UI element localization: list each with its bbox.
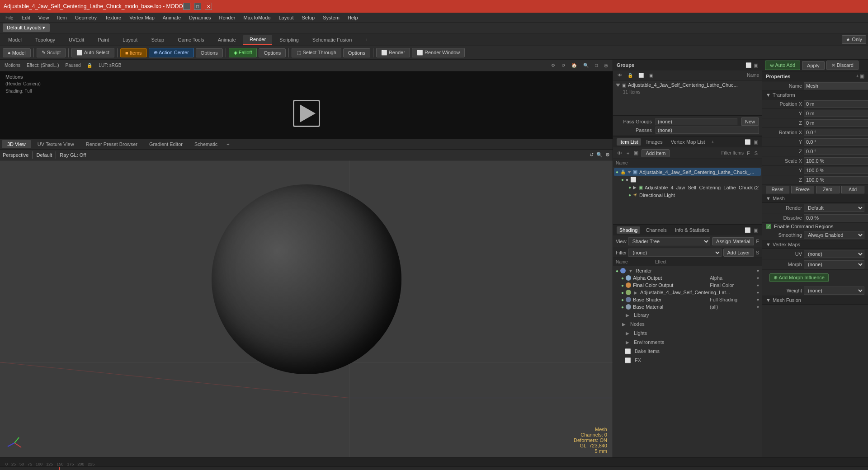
items-f-icon[interactable]: F	[745, 150, 751, 156]
pass-groups-value[interactable]: (none)	[656, 118, 737, 125]
item-row-mesh[interactable]: ● ▶ ▣ Adjustable_4_Jaw_Self_Centering_La…	[614, 183, 761, 191]
action-center-button[interactable]: ⊕ Action Center	[149, 48, 194, 57]
shading-row-environments[interactable]: ▶ Environments	[614, 338, 761, 347]
shading-eye-material[interactable]: ●	[621, 305, 624, 310]
mesh-expand-icon[interactable]: ▼	[766, 196, 771, 201]
tab-uvedit[interactable]: UVEdit	[62, 35, 90, 44]
groups-menu-icon[interactable]: ▣	[754, 62, 758, 68]
model-mode-button[interactable]: ● Model	[3, 48, 31, 57]
shading-eye-alpha[interactable]: ●	[621, 276, 624, 281]
tab-topology[interactable]: Topology	[29, 35, 61, 44]
item-row-light[interactable]: ● ☀ Directional Light	[614, 191, 761, 199]
item-eye-4[interactable]: ●	[628, 193, 631, 197]
items-add-icon[interactable]: +	[625, 150, 631, 156]
tab-animate[interactable]: Animate	[212, 35, 242, 44]
item-lock-1[interactable]: 🔒	[620, 169, 626, 174]
minimize-button[interactable]: —	[183, 3, 190, 10]
add-item-button[interactable]: Add Item	[642, 149, 670, 157]
vp-rotate-icon[interactable]: ↺	[590, 152, 594, 158]
tab-3d-view[interactable]: 3D View	[2, 140, 31, 148]
menu-maxtomodo[interactable]: MaxToModo	[240, 14, 274, 21]
groups-lock-icon[interactable]: 🔒	[626, 72, 635, 78]
only-button[interactable]: ★ Only	[842, 35, 866, 44]
add-button[interactable]: Add	[841, 186, 865, 193]
transform-expand-icon[interactable]: ▼	[766, 92, 771, 98]
tab-add[interactable]: +	[359, 35, 374, 44]
render-select[interactable]: Default	[804, 204, 864, 212]
tab-images[interactable]: Images	[644, 138, 665, 146]
tab-channels[interactable]: Channels	[643, 226, 669, 234]
timeline-track[interactable]	[0, 467, 868, 470]
environments-expand-icon[interactable]: ▶	[625, 340, 630, 345]
shading-f-icon[interactable]: F	[756, 239, 759, 244]
assign-material-button[interactable]: Assign Material	[712, 237, 754, 245]
auto-select-button[interactable]: ⬜ Auto Select	[71, 48, 114, 57]
auto-add-button[interactable]: ⊕ Auto Add	[765, 61, 800, 70]
menu-system[interactable]: System	[319, 14, 343, 21]
item-eye-2b[interactable]: ●	[626, 177, 628, 182]
reset-button[interactable]: Reset	[766, 186, 789, 193]
shading-eye-mesh[interactable]: ●	[621, 290, 624, 295]
menu-vertex-map[interactable]: Vertex Map	[126, 14, 158, 21]
menu-help[interactable]: Help	[344, 14, 362, 21]
shading-eye-shader[interactable]: ●	[621, 297, 624, 302]
render-window-button[interactable]: ⬜ Render Window	[412, 48, 465, 57]
shading-row-fx[interactable]: ⬜ FX	[614, 356, 761, 365]
discard-button[interactable]: ✕ Discard	[826, 61, 859, 70]
shading-row-bake[interactable]: ⬜ Bake Items	[614, 347, 761, 356]
freeze-button[interactable]: Freeze	[791, 186, 815, 193]
items-eye-icon[interactable]: 👁	[616, 150, 623, 156]
shading-row-lights[interactable]: ▶ Lights	[614, 329, 761, 338]
passes-value[interactable]: (none)	[656, 127, 759, 134]
shading-eye-render[interactable]: ●	[616, 268, 618, 273]
scale-x-input[interactable]	[804, 157, 868, 164]
item-expand-1[interactable]	[627, 171, 631, 174]
items-grid-icon[interactable]: ▣	[632, 150, 640, 156]
mesh-fusion-expand-icon[interactable]: ▼	[766, 297, 771, 303]
vt-frame-icon[interactable]: □	[593, 62, 599, 68]
vt-motions[interactable]: Motions	[3, 62, 22, 68]
groups-eye-icon[interactable]: 👁	[616, 72, 624, 78]
vt-settings-icon[interactable]: ⚙	[549, 62, 557, 68]
menu-file[interactable]: File	[2, 14, 17, 21]
select-through-button[interactable]: ⬚ Select Through	[292, 48, 341, 57]
position-z-input[interactable]	[804, 119, 868, 127]
item-eye-1[interactable]: ●	[616, 169, 618, 174]
tab-render[interactable]: Render	[243, 35, 272, 45]
maximize-button[interactable]: □	[194, 3, 201, 10]
vertex-maps-expand-icon[interactable]: ▼	[766, 242, 771, 247]
library-expand-icon[interactable]: ▶	[625, 313, 630, 318]
3d-viewport[interactable]: Perspective Default Ray GL: Off ↺ 🔍 ⚙	[0, 150, 613, 457]
tab-model[interactable]: Model	[2, 35, 28, 44]
tab-uv-texture-view[interactable]: UV Texture View	[32, 140, 80, 148]
item-eye-3[interactable]: ●	[628, 185, 631, 190]
add-morph-influence-button[interactable]: ⊕ Add Morph Influence	[769, 273, 829, 282]
rotation-y-input[interactable]	[804, 138, 868, 146]
play-button[interactable]	[293, 100, 320, 127]
menu-layout[interactable]: Layout	[275, 14, 297, 21]
scale-y-input[interactable]	[804, 167, 868, 174]
shading-row-shader[interactable]: ● Base Shader Full Shading ▾	[614, 296, 761, 303]
sculpt-button[interactable]: ✎ Sculpt	[37, 48, 66, 57]
item-row-main[interactable]: ● 🔒 ▣ Adjustable_4_Jaw_Self_Centering_La…	[614, 168, 761, 176]
add-layer-button[interactable]: Add Layer	[723, 249, 754, 257]
apply-button[interactable]: Apply	[802, 61, 825, 70]
shading-eye-color[interactable]: ●	[621, 283, 624, 288]
vp-zoom2-icon[interactable]: 🔍	[596, 152, 603, 158]
vt-close-icon[interactable]: ◎	[602, 62, 610, 68]
tab-setup[interactable]: Setup	[145, 35, 170, 44]
render-button[interactable]: ⬜ Render	[376, 48, 410, 57]
tab-schematic[interactable]: Schematic Fusion	[306, 35, 358, 44]
uv-select[interactable]: (none)	[804, 250, 864, 258]
viewport-canvas[interactable]: Mesh Channels: 0 Deformers: ON GL: 723,8…	[0, 160, 613, 457]
mesh-expand-icon[interactable]: ▶	[633, 290, 638, 295]
menu-setup[interactable]: Setup	[298, 14, 318, 21]
nodes-expand-icon[interactable]: ▶	[621, 322, 627, 327]
dissolve-input[interactable]	[804, 214, 868, 221]
groups-frame-icon[interactable]: ⬜	[637, 72, 646, 78]
item-row-sub[interactable]: ● ● ⬜	[614, 176, 761, 183]
items-menu-icon[interactable]: ▣	[754, 139, 758, 145]
falloff-button[interactable]: ◈ Falloff	[229, 48, 257, 57]
shading-view-select[interactable]: Shader Tree	[628, 237, 710, 245]
items-expand-icon[interactable]: ⬜	[745, 139, 751, 145]
